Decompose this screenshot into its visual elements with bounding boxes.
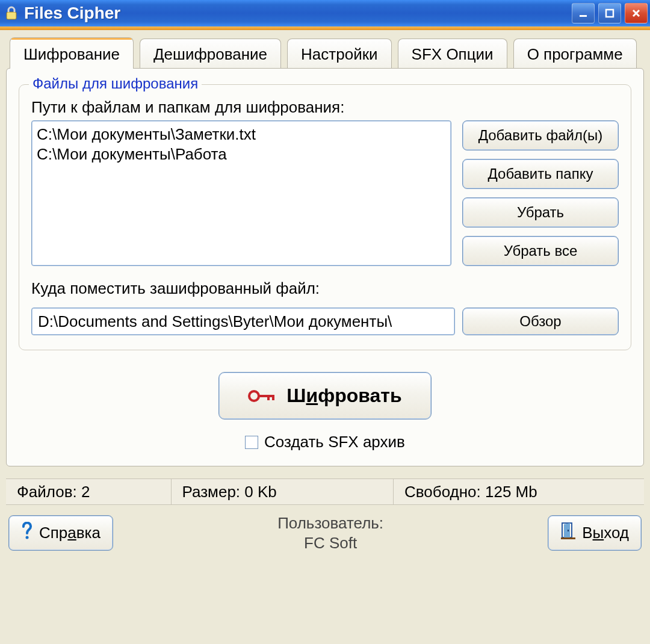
- exit-button-label: Выход: [582, 524, 629, 542]
- remove-button[interactable]: Убрать: [462, 197, 619, 228]
- label-part: В: [582, 524, 592, 542]
- tab-label: Дешифрование: [153, 45, 267, 63]
- status-size: Размер: 0 Kb: [172, 479, 394, 504]
- label-part: ход: [604, 524, 629, 542]
- tab-strip: Шифрование Дешифрование Настройки SFX Оп…: [6, 37, 644, 69]
- sfx-checkbox[interactable]: Создать SFX архив: [245, 433, 405, 451]
- tab-panel-encrypt: Файлы для шифрования Пути к файлам и пап…: [6, 68, 644, 466]
- exit-button[interactable]: Выход: [548, 515, 642, 551]
- svg-marker-11: [564, 523, 570, 539]
- svg-rect-0: [7, 12, 16, 19]
- files-groupbox: Файлы для шифрования Пути к файлам и пап…: [19, 84, 631, 350]
- tab-encrypt[interactable]: Шифрование: [10, 37, 134, 69]
- window-title: Files Cipher: [24, 4, 572, 23]
- dest-label: Куда поместить зашифрованный файл:: [31, 279, 619, 298]
- user-block: Пользователь: FC Soft: [113, 513, 548, 553]
- svg-rect-6: [258, 395, 272, 397]
- svg-rect-12: [561, 537, 575, 539]
- help-button-label: Справка: [39, 524, 101, 542]
- status-free: Свободно: 125 Mb: [394, 479, 644, 504]
- key-icon: [248, 389, 276, 403]
- tab-decrypt[interactable]: Дешифрование: [140, 39, 281, 69]
- label-underline: и: [306, 385, 318, 406]
- close-button[interactable]: [625, 3, 648, 23]
- tab-settings[interactable]: Настройки: [287, 39, 392, 69]
- user-name: FC Soft: [113, 533, 548, 553]
- label-part: Спр: [39, 524, 67, 542]
- maximize-button[interactable]: [598, 3, 621, 23]
- tab-about[interactable]: О программе: [513, 39, 637, 69]
- main-window: Files Cipher Шифрование Дешифрование Нас…: [0, 0, 650, 561]
- svg-point-5: [249, 391, 259, 401]
- svg-rect-7: [267, 395, 270, 400]
- help-icon: [21, 522, 33, 544]
- tab-label: Настройки: [301, 45, 378, 63]
- remove-all-button[interactable]: Убрать все: [462, 236, 619, 266]
- label-part: Ш: [286, 385, 306, 406]
- dest-path-input[interactable]: [31, 308, 455, 335]
- list-item[interactable]: C:\Мои документы\Работа: [37, 144, 446, 164]
- add-folder-button[interactable]: Добавить папку: [462, 159, 619, 189]
- paths-label: Пути к файлам и папкам для шифрования:: [31, 98, 619, 117]
- sfx-checkbox-label: Создать SFX архив: [264, 433, 405, 451]
- tab-label: SFX Опции: [412, 45, 494, 63]
- paths-buttons-column: Добавить файл(ы) Добавить папку Убрать У…: [462, 120, 619, 266]
- checkbox-box: [245, 436, 258, 449]
- svg-rect-13: [568, 530, 569, 531]
- svg-point-9: [26, 536, 29, 539]
- bottom-bar: Справка Пользователь: FC Soft Выход: [6, 505, 644, 555]
- svg-rect-8: [272, 395, 274, 400]
- minimize-button[interactable]: [572, 3, 595, 23]
- tab-label: Шифрование: [23, 45, 120, 63]
- browse-button[interactable]: Обзор: [462, 308, 619, 335]
- tab-sfx[interactable]: SFX Опции: [398, 39, 507, 69]
- client-area: Шифрование Дешифрование Настройки SFX Оп…: [0, 30, 650, 561]
- encrypt-button-label: Шифровать: [286, 385, 401, 407]
- titlebar[interactable]: Files Cipher: [0, 0, 650, 26]
- label-part: фровать: [318, 385, 401, 406]
- label-part: вка: [76, 524, 101, 542]
- tab-label: О программе: [527, 45, 623, 63]
- paths-listbox[interactable]: C:\Мои документы\Заметки.txt C:\Мои доку…: [31, 120, 451, 266]
- user-title: Пользователь:: [113, 513, 548, 533]
- exit-door-icon: [560, 522, 576, 544]
- label-underline: а: [67, 524, 76, 542]
- lock-icon: [5, 6, 18, 20]
- help-button[interactable]: Справка: [8, 515, 113, 551]
- window-controls: [572, 3, 648, 23]
- add-files-button[interactable]: Добавить файл(ы): [462, 120, 619, 150]
- label-underline: ы: [593, 524, 604, 542]
- list-item[interactable]: C:\Мои документы\Заметки.txt: [37, 125, 446, 144]
- svg-rect-1: [580, 15, 587, 17]
- encrypt-button[interactable]: Шифровать: [218, 372, 431, 420]
- groupbox-legend: Файлы для шифрования: [29, 75, 202, 92]
- svg-rect-2: [606, 10, 613, 17]
- status-files: Файлов: 2: [6, 479, 172, 504]
- status-bar: Файлов: 2 Размер: 0 Kb Свободно: 125 Mb: [6, 478, 644, 505]
